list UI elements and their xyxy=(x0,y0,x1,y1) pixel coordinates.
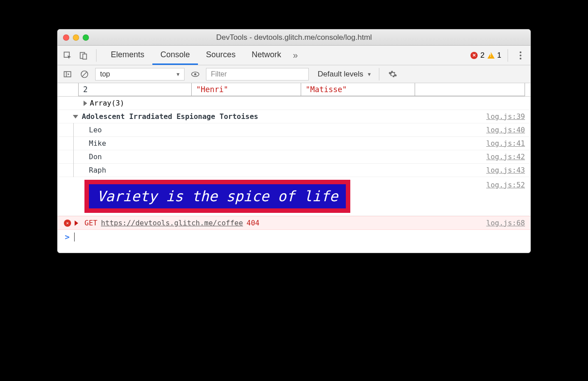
source-link[interactable]: log.js:41 xyxy=(486,139,525,148)
tab-elements[interactable]: Elements xyxy=(103,46,152,65)
source-link[interactable]: log.js:42 xyxy=(486,152,525,161)
inspect-element-icon[interactable] xyxy=(61,49,74,62)
console-log-row[interactable]: Don log.js:42 xyxy=(58,150,530,164)
divider xyxy=(379,68,379,80)
log-text: Don xyxy=(89,152,102,161)
console-table-row[interactable]: 2 "Henri" "Matisse" xyxy=(58,83,530,97)
live-expression-icon[interactable] xyxy=(189,68,202,80)
table-cell-first: "Henri" xyxy=(192,83,301,96)
console-settings-icon[interactable] xyxy=(386,68,399,80)
divider xyxy=(96,49,97,62)
text-cursor xyxy=(74,233,75,241)
svg-rect-2 xyxy=(83,54,86,59)
main-tabbar: Elements Console Sources Network » 2 1 xyxy=(58,46,530,65)
styled-message: Variety is the spice of life xyxy=(84,180,350,213)
device-toolbar-icon[interactable] xyxy=(77,49,90,62)
console-log-row[interactable]: Raph log.js:43 xyxy=(58,164,530,177)
console-toolbar: top Filter Default levels xyxy=(58,65,530,83)
close-window-button[interactable] xyxy=(63,34,69,41)
table-cell-last: "Matisse" xyxy=(301,83,415,96)
table-cell-empty xyxy=(415,83,525,96)
tab-console[interactable]: Console xyxy=(152,46,198,65)
svg-line-6 xyxy=(82,72,87,76)
error-icon xyxy=(64,220,71,227)
group-title: Adolescent Irradiated Espionage Tortoise… xyxy=(82,112,258,121)
log-text: Leo xyxy=(89,126,102,134)
source-link[interactable]: log.js:40 xyxy=(486,126,525,134)
more-tabs-button[interactable]: » xyxy=(289,46,302,65)
prompt-caret-icon: > xyxy=(65,232,70,241)
console-log-row[interactable]: Leo log.js:40 xyxy=(58,123,530,137)
log-levels-selector[interactable]: Default levels xyxy=(318,70,372,79)
console-log-row[interactable]: Mike log.js:41 xyxy=(58,137,530,150)
minimize-window-button[interactable] xyxy=(73,34,79,41)
svg-point-8 xyxy=(194,73,197,75)
window-title: DevTools - devtools.glitch.me/console/lo… xyxy=(58,33,530,42)
table-cell-index: 2 xyxy=(79,83,192,96)
settings-menu-button[interactable] xyxy=(514,51,527,59)
error-count: 2 xyxy=(480,51,484,60)
divider xyxy=(508,49,508,62)
console-styled-row[interactable]: Variety is the spice of life log.js:52 xyxy=(58,177,530,216)
console-output: 2 "Henri" "Matisse" Array(3) Adolescent … xyxy=(58,83,530,244)
array-label: Array(3) xyxy=(90,99,124,107)
panel-tabs: Elements Console Sources Network » xyxy=(103,46,302,65)
traffic-lights xyxy=(63,34,89,41)
error-icon xyxy=(470,52,478,59)
expand-icon[interactable] xyxy=(75,220,78,226)
error-method: GET xyxy=(84,219,97,227)
console-array-row[interactable]: Array(3) xyxy=(58,97,530,110)
console-table: 2 "Henri" "Matisse" xyxy=(78,83,525,96)
context-selector[interactable]: top xyxy=(95,68,185,80)
svg-rect-3 xyxy=(64,72,71,77)
source-link[interactable]: log.js:52 xyxy=(486,177,525,189)
devtools-window: DevTools - devtools.glitch.me/console/lo… xyxy=(57,29,531,253)
tab-sources[interactable]: Sources xyxy=(198,46,244,65)
sidebar-toggle-icon[interactable] xyxy=(61,68,74,80)
expand-icon[interactable] xyxy=(84,101,87,106)
tab-network[interactable]: Network xyxy=(244,46,289,65)
source-link[interactable]: log.js:68 xyxy=(486,219,525,227)
source-link[interactable]: log.js:39 xyxy=(486,112,525,121)
error-status: 404 xyxy=(247,219,260,227)
clear-console-icon[interactable] xyxy=(78,68,91,80)
log-text: Mike xyxy=(89,139,106,148)
error-url[interactable]: https://devtools.glitch.me/coffee xyxy=(101,219,243,227)
source-link[interactable]: log.js:43 xyxy=(486,166,525,174)
log-text: Raph xyxy=(89,166,106,174)
console-error-row[interactable]: GET https://devtools.glitch.me/coffee 40… xyxy=(58,216,530,230)
warning-count: 1 xyxy=(497,51,501,60)
console-prompt[interactable]: > xyxy=(58,230,530,244)
zoom-window-button[interactable] xyxy=(83,34,89,41)
filter-input[interactable]: Filter xyxy=(206,68,309,80)
warning-icon xyxy=(487,52,495,59)
issue-counters[interactable]: 2 1 xyxy=(470,51,501,60)
collapse-icon[interactable] xyxy=(73,115,78,119)
titlebar: DevTools - devtools.glitch.me/console/lo… xyxy=(58,30,530,46)
console-group-header[interactable]: Adolescent Irradiated Espionage Tortoise… xyxy=(58,110,530,123)
